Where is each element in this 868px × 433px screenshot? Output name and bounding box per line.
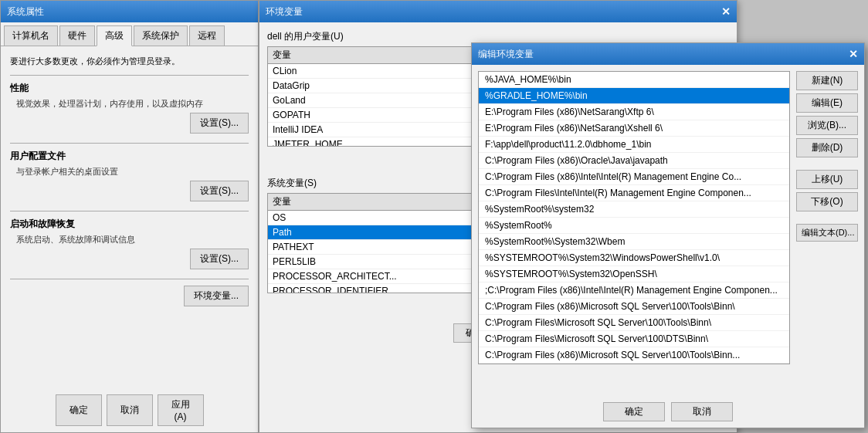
edit-down-btn[interactable]: 下移(O): [796, 192, 858, 211]
env-titlebar: 环境变量 ✕: [259, 1, 737, 22]
edit-env-window: 编辑环境变量 ✕ %JAVA_HOME%\bin%GRADLE_HOME%\bi…: [471, 42, 865, 428]
edit-list-item[interactable]: ;C:\Program Files (x86)\Intel\Intel(R) M…: [479, 282, 789, 299]
edit-list-item[interactable]: %SystemRoot%: [479, 218, 789, 234]
edit-list-item[interactable]: E:\Program Files (x86)\NetSarang\Xftp 6\: [479, 104, 789, 120]
edit-list-item[interactable]: C:\Program Files\Intel\Intel(R) Manageme…: [479, 185, 789, 201]
section-performance: 性能 视觉效果，处理器计划，内存使用，以及虚拟内存 设置(S)...: [10, 82, 249, 134]
tab-remote[interactable]: 远程: [189, 25, 225, 46]
edit-list-item[interactable]: %SYSTEMROOT%\System32\OpenSSH\: [479, 266, 789, 282]
sys-tabs: 计算机名 硬件 高级 系统保护 远程: [1, 22, 258, 46]
edit-list-item[interactable]: C:\Program Files (x86)\Intel\Intel(R) Ma…: [479, 169, 789, 185]
edit-edit-btn[interactable]: 编辑(E): [796, 93, 858, 113]
edit-up-btn[interactable]: 上移(U): [796, 170, 858, 189]
edit-browse-btn[interactable]: 浏览(B)...: [796, 116, 858, 135]
tab-computer-name[interactable]: 计算机名: [4, 25, 58, 46]
section-startup: 启动和故障恢复 系统启动、系统故障和调试信息 设置(S)...: [10, 218, 249, 269]
sys-bottom-buttons: 确定 取消 应用(A): [56, 394, 204, 426]
startup-title: 启动和故障恢复: [10, 218, 249, 231]
env-title: 环境变量: [266, 5, 303, 19]
section-user-profile: 用户配置文件 与登录帐户相关的桌面设置 设置(S)...: [10, 150, 249, 201]
profile-desc: 与登录帐户相关的桌面设置: [16, 166, 249, 178]
edit-list-item[interactable]: F:\app\dell\product\11.2.0\dbhome_1\bin: [479, 137, 789, 153]
perf-title: 性能: [10, 82, 249, 95]
cancel-btn[interactable]: 取消: [107, 394, 153, 426]
edit-new-btn[interactable]: 新建(N): [796, 71, 858, 90]
edit-bottom-buttons: 确定 取消: [603, 402, 733, 421]
edit-list-item[interactable]: C:\Program Files\Microsoft SQL Server\10…: [479, 331, 789, 347]
startup-settings-btn[interactable]: 设置(S)...: [190, 249, 249, 269]
tab-system-protection[interactable]: 系统保护: [134, 25, 188, 46]
env-close-btn[interactable]: ✕: [721, 5, 731, 18]
startup-desc: 系统启动、系统故障和调试信息: [16, 234, 249, 245]
profile-title: 用户配置文件: [10, 150, 249, 163]
edit-list-item[interactable]: %JAVA_HOME%\bin: [479, 72, 789, 88]
divider4: [10, 279, 249, 279]
env-vars-btn[interactable]: 环境变量...: [184, 286, 249, 306]
sys-title: 系统属性: [7, 5, 44, 19]
edit-delete-btn[interactable]: 删除(D): [796, 138, 858, 157]
edit-list-container[interactable]: %JAVA_HOME%\bin%GRADLE_HOME%\binE:\Progr…: [478, 71, 790, 364]
divider3: [10, 211, 249, 211]
edit-list-item[interactable]: %SystemRoot%\system32: [479, 201, 789, 218]
ok-btn[interactable]: 确定: [56, 394, 102, 426]
edit-list-item[interactable]: C:\Program Files (x86)\Microsoft SQL Ser…: [479, 347, 789, 364]
edit-list-item[interactable]: %SYSTEMROOT%\System32\WindowsPowerShell\…: [479, 250, 789, 266]
divider2: [10, 143, 249, 144]
edit-list-item[interactable]: %SystemRoot%\System32\Wbem: [479, 234, 789, 250]
edit-list-item[interactable]: C:\Program Files (x86)\Microsoft Visual …: [479, 364, 789, 364]
system-properties-window: 系统属性 计算机名 硬件 高级 系统保护 远程 要进行大多数更改，你必须作为管理…: [0, 0, 259, 433]
edit-list-item[interactable]: %GRADLE_HOME%\bin: [479, 88, 789, 104]
tab-hardware[interactable]: 硬件: [59, 25, 95, 46]
edit-ok-btn[interactable]: 确定: [603, 402, 665, 421]
edit-list-item[interactable]: C:\Program Files\Microsoft SQL Server\10…: [479, 315, 789, 331]
edit-text-btn[interactable]: 编辑文本(D)...: [796, 224, 858, 242]
edit-list: %JAVA_HOME%\bin%GRADLE_HOME%\binE:\Progr…: [479, 72, 789, 364]
perf-desc: 视觉效果，处理器计划，内存使用，以及虚拟内存: [16, 98, 249, 110]
admin-note: 要进行大多数更改，你必须作为管理员登录。: [10, 56, 249, 67]
tab-advanced[interactable]: 高级: [97, 25, 132, 46]
edit-list-item[interactable]: E:\Program Files (x86)\NetSarang\Xshell …: [479, 120, 789, 137]
edit-right-buttons: 新建(N) 编辑(E) 浏览(B)... 删除(D) 上移(U) 下移(O) 编…: [796, 71, 858, 242]
edit-title: 编辑环境变量: [478, 48, 534, 61]
perf-settings-btn[interactable]: 设置(S)...: [190, 113, 249, 134]
apply-btn[interactable]: 应用(A): [158, 394, 204, 426]
edit-list-item[interactable]: C:\Program Files (x86)\Microsoft SQL Ser…: [479, 299, 789, 315]
sys-titlebar: 系统属性: [1, 1, 258, 22]
divider1: [10, 75, 249, 76]
user-vars-label: dell 的用户变量(U): [267, 30, 729, 43]
profile-settings-btn[interactable]: 设置(S)...: [190, 181, 249, 201]
edit-cancel-btn[interactable]: 取消: [671, 402, 733, 421]
sys-advanced-content: 要进行大多数更改，你必须作为管理员登录。 性能 视觉效果，处理器计划，内存使用，…: [1, 46, 258, 316]
edit-close-btn[interactable]: ✕: [849, 48, 858, 60]
edit-titlebar: 编辑环境变量 ✕: [472, 43, 864, 65]
edit-list-item[interactable]: C:\Program Files (x86)\Oracle\Java\javap…: [479, 153, 789, 169]
